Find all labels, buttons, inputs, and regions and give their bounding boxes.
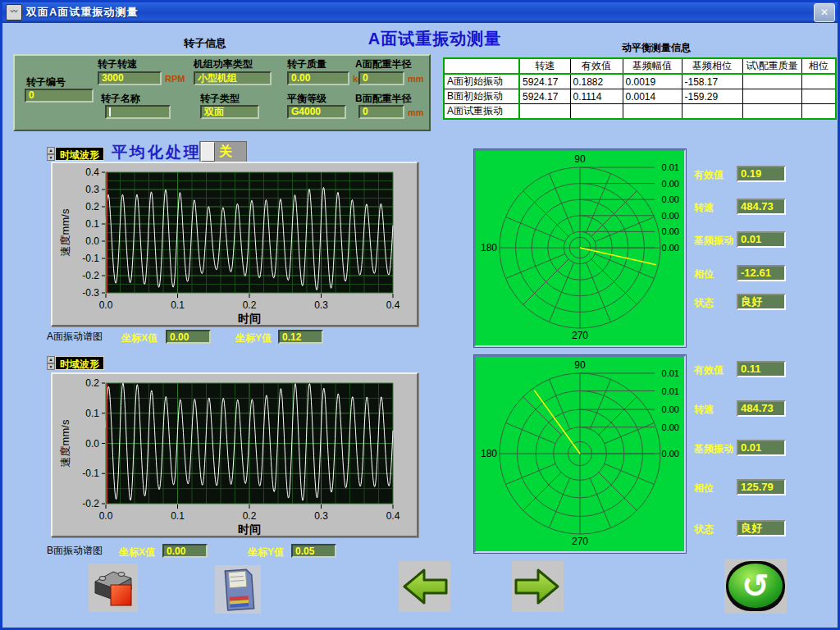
svg-text:-0.3: -0.3 (82, 287, 99, 299)
rotor-speed-unit: RPM (165, 74, 185, 84)
waveform-selector-a[interactable]: ▲ ▼ 时域波形 (47, 147, 104, 161)
svg-text:0.00: 0.00 (662, 211, 679, 221)
cursor-y-value-b[interactable]: 0.05 (291, 544, 336, 558)
cursor-x-value-a[interactable]: 0.00 (166, 330, 211, 344)
spin-up-icon[interactable]: ▲ (47, 147, 55, 154)
svg-text:0.2: 0.2 (85, 201, 99, 212)
svg-text:0.00: 0.00 (662, 449, 679, 459)
svg-text:90: 90 (574, 359, 586, 371)
waveform-selector-b-value[interactable]: 时域波形 (55, 356, 104, 370)
cursor-x-value-b[interactable]: 0.00 (162, 544, 208, 558)
table-cell (742, 89, 801, 104)
save-icon (215, 565, 261, 614)
cursor-x-label-a: 坐标X值 (121, 331, 158, 345)
balance-grade-label: 平衡等级 (287, 92, 326, 106)
stop-button[interactable] (89, 564, 138, 615)
selector-spinner-a[interactable]: ▲ ▼ (47, 147, 55, 161)
rotor-name-input[interactable] (105, 105, 171, 119)
readout-status-a: 状态 良好 (694, 294, 840, 312)
readout-value: 125.79 (737, 479, 786, 495)
table-cell: 5924.17 (519, 89, 570, 104)
rotor-name-label: 转子名称 (101, 92, 140, 106)
cursor-y-value-a[interactable]: 0.12 (278, 330, 323, 344)
table-cell (682, 104, 742, 120)
waveform-chart-b: 0.20.10.0-0.1-0.20.00.10.20.30.4时间速度mm/s (51, 372, 418, 537)
balance-grade-input[interactable]: G4000 (287, 105, 346, 119)
table-cell: -158.17 (682, 74, 742, 89)
svg-text:-0.1: -0.1 (82, 253, 99, 264)
svg-text:270: 270 (572, 536, 588, 547)
spectrum-label-b: B面振动谱图 (47, 544, 103, 558)
svg-text:0.1: 0.1 (171, 299, 185, 311)
table-header-cell: 有效值 (570, 58, 623, 74)
svg-text:-0.2: -0.2 (82, 270, 99, 281)
svg-text:0.1: 0.1 (171, 510, 185, 522)
svg-text:180: 180 (481, 448, 497, 459)
table-cell (742, 104, 801, 120)
svg-text:0.01: 0.01 (662, 162, 679, 172)
table-cell: A面初始振动 (444, 74, 519, 89)
rotor-mass-input[interactable]: 0.00 (287, 71, 349, 85)
refresh-button[interactable]: ↺ (724, 559, 787, 617)
radius-b-input[interactable]: 0 (358, 105, 404, 119)
readout-status-b: 状态 良好 (694, 520, 840, 538)
radius-a-input[interactable]: 0 (358, 71, 404, 85)
waveform-b-plot: 0.20.10.0-0.1-0.20.00.10.20.30.4时间速度mm/s (52, 374, 417, 536)
waveform-selector-a-value[interactable]: 时域波形 (55, 147, 104, 161)
svg-text:0.4: 0.4 (85, 167, 99, 178)
readout-rms-a: 有效值 0.19 (694, 166, 840, 184)
readout-value: 0.11 (737, 361, 786, 377)
arrow-left-icon (399, 561, 450, 612)
table-cell: 5924.17 (519, 74, 570, 89)
arrow-right-icon (512, 561, 564, 612)
radius-a-label: A面配重半径 (355, 57, 412, 71)
power-type-label: 机组功率类型 (194, 57, 253, 71)
spin-down-icon[interactable]: ▼ (47, 363, 55, 371)
svg-text:0.0: 0.0 (85, 438, 99, 450)
svg-text:0.0: 0.0 (99, 510, 113, 522)
rotor-type-input[interactable]: 双面 (200, 105, 259, 119)
svg-text:时间: 时间 (238, 523, 261, 536)
readout-rms-b: 有效值 0.11 (694, 361, 840, 379)
waveform-a-plot: 0.40.30.20.10.0-0.1-0.2-0.30.00.10.20.30… (52, 163, 417, 325)
stop-icon (89, 564, 138, 612)
averaging-toggle[interactable]: 关 (199, 141, 247, 162)
svg-text:0.0: 0.0 (85, 235, 99, 247)
readout-phase-a: 相位 -12.61 (694, 265, 840, 283)
svg-text:0.1: 0.1 (85, 218, 99, 230)
power-type-input[interactable]: 小型机组 (194, 71, 272, 85)
svg-text:速度mm/s: 速度mm/s (59, 419, 71, 467)
table-cell (519, 104, 570, 120)
next-button[interactable] (512, 561, 564, 615)
spin-down-icon[interactable]: ▼ (47, 154, 55, 162)
svg-text:0.4: 0.4 (386, 299, 400, 311)
table-cell (742, 74, 801, 89)
svg-text:0.00: 0.00 (662, 404, 679, 414)
close-button[interactable]: ✕ (814, 3, 835, 22)
waveform-chart-a: 0.40.30.20.10.0-0.1-0.2-0.30.00.10.20.30… (51, 162, 418, 326)
polar-a-plot: 0.010.000.000.000.000.0090180270 (476, 151, 682, 344)
rotor-id-input[interactable]: 0 (25, 89, 94, 103)
svg-text:↺: ↺ (742, 568, 769, 604)
svg-text:0.00: 0.00 (662, 226, 679, 236)
table-cell: B面初始振动 (444, 89, 519, 104)
svg-text:270: 270 (572, 330, 588, 341)
readout-phase-b: 相位 125.79 (694, 479, 840, 497)
rotor-type-label: 转子类型 (200, 92, 240, 106)
radius-a-unit: mm (408, 74, 424, 84)
table-cell: -159.29 (682, 89, 742, 104)
svg-text:0.00: 0.00 (662, 179, 679, 189)
waveform-selector-b[interactable]: ▲ ▼ 时域波形 (47, 356, 104, 370)
selector-spinner-b[interactable]: ▲ ▼ (47, 356, 55, 370)
svg-text:0.4: 0.4 (386, 510, 400, 522)
rotor-speed-label: 转子转速 (98, 57, 137, 71)
polar-chart-b: 0.010.010.000.000.0090180270 (474, 355, 686, 553)
previous-button[interactable] (399, 561, 450, 615)
toggle-knob[interactable] (201, 142, 215, 162)
svg-text:0.01: 0.01 (662, 386, 679, 396)
save-button[interactable] (215, 565, 261, 617)
rotor-speed-input[interactable]: 3000 (98, 71, 162, 85)
table-cell (801, 104, 836, 120)
readout-fundamental-b: 基频振动 0.01 (694, 440, 840, 458)
spin-up-icon[interactable]: ▲ (47, 356, 55, 363)
